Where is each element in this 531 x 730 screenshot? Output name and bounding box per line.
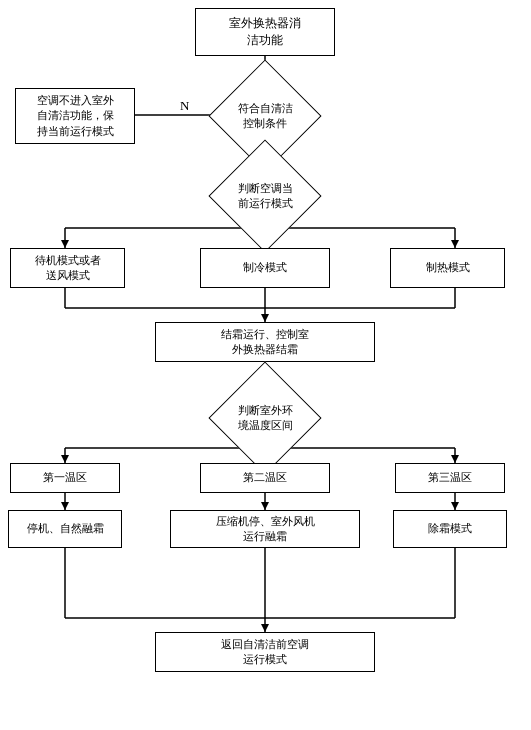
zone3-box: 第三温区 bbox=[395, 463, 505, 493]
mode-mid-box: 制冷模式 bbox=[200, 248, 330, 288]
svg-marker-13 bbox=[451, 240, 459, 248]
top-box: 室外换热器消洁功能 bbox=[195, 8, 335, 56]
svg-marker-34 bbox=[261, 502, 269, 510]
diamond2-mode: 判断空调当前运行模式 bbox=[195, 168, 335, 224]
mode-left-box: 待机模式或者送风模式 bbox=[10, 248, 125, 288]
svg-marker-42 bbox=[261, 624, 269, 632]
svg-marker-36 bbox=[451, 502, 459, 510]
zone2-box: 第二温区 bbox=[200, 463, 330, 493]
svg-text:N: N bbox=[180, 98, 190, 113]
flowchart: N Y 室外换热器消洁功能 符合自清洁控制条件 空调不进入室外自清洁功能，保持当… bbox=[0, 0, 531, 730]
svg-marker-9 bbox=[61, 240, 69, 248]
zone1-box: 第一温区 bbox=[10, 463, 120, 493]
diamond1-condition: 符合自清洁控制条件 bbox=[195, 88, 335, 144]
act2-box: 压缩机停、室外风机运行融霜 bbox=[170, 510, 360, 548]
mode-right-box: 制热模式 bbox=[390, 248, 505, 288]
svg-marker-32 bbox=[61, 502, 69, 510]
bottom-box: 返回自清洁前空调运行模式 bbox=[155, 632, 375, 672]
act3-box: 除霜模式 bbox=[393, 510, 507, 548]
diamond3-temp: 判断室外环境温度区间 bbox=[195, 390, 335, 446]
svg-marker-20 bbox=[261, 314, 269, 322]
left-note-box: 空调不进入室外自清洁功能，保持当前运行模式 bbox=[15, 88, 135, 144]
run-box: 结霜运行、控制室外换热器结霜 bbox=[155, 322, 375, 362]
svg-marker-30 bbox=[451, 455, 459, 463]
act1-box: 停机、自然融霜 bbox=[8, 510, 122, 548]
svg-marker-26 bbox=[61, 455, 69, 463]
